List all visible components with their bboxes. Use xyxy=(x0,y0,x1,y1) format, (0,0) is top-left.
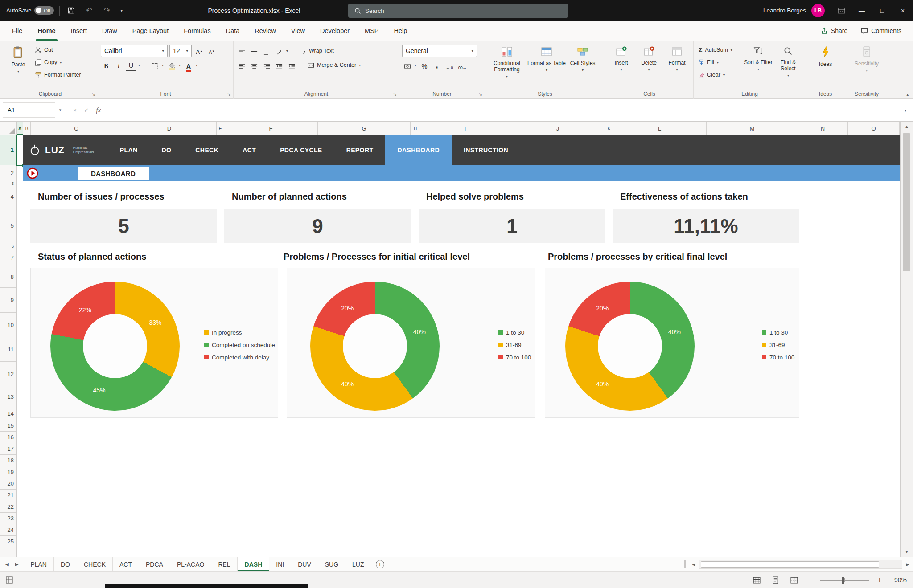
column-header-e[interactable]: E xyxy=(217,122,224,135)
row-header-12[interactable]: 12 xyxy=(0,362,16,386)
nav-item-do[interactable]: DO xyxy=(150,135,184,165)
ribbon-tab-file[interactable]: File xyxy=(4,21,30,41)
format-as-table-button[interactable]: Format as Table ▾ xyxy=(527,43,566,87)
copy-button[interactable]: Copy▾ xyxy=(33,56,83,69)
percent-style-button[interactable]: % xyxy=(419,59,430,71)
ribbon-tab-developer[interactable]: Developer xyxy=(313,21,357,41)
row-header-8[interactable]: 8 xyxy=(0,266,16,288)
maximize-button[interactable]: □ xyxy=(872,0,892,21)
merge-center-button[interactable]: Merge & Center▾ xyxy=(305,59,363,71)
undo-button[interactable]: ↶ xyxy=(83,4,95,17)
ribbon-tab-insert[interactable]: Insert xyxy=(63,21,95,41)
bottom-align-button[interactable] xyxy=(261,45,272,57)
conditional-formatting-button[interactable]: Conditional Formatting ▾ xyxy=(488,43,526,87)
page-break-view-button[interactable] xyxy=(788,574,800,586)
nav-item-dashboard[interactable]: DASHBOARD xyxy=(385,135,452,165)
ribbon-tab-page-layout[interactable]: Page Layout xyxy=(125,21,176,41)
row-header-20[interactable]: 20 xyxy=(0,478,16,490)
row-header-5[interactable]: 5 xyxy=(0,207,16,244)
column-header-i[interactable]: I xyxy=(420,122,510,135)
scroll-left-icon[interactable]: ◀ xyxy=(688,562,699,567)
font-size-select[interactable]: 12▾ xyxy=(169,45,192,57)
fill-color-button[interactable] xyxy=(166,59,177,71)
column-header-j[interactable]: J xyxy=(510,122,605,135)
column-header-k[interactable]: K xyxy=(605,122,613,135)
column-header-h[interactable]: H xyxy=(411,122,420,135)
column-header-d[interactable]: D xyxy=(122,122,217,135)
nav-item-pdca-cycle[interactable]: PDCA CYCLE xyxy=(268,135,334,165)
align-center-button[interactable] xyxy=(249,59,259,71)
ribbon-tab-draw[interactable]: Draw xyxy=(95,21,125,41)
sheet-tab-plan[interactable]: PLAN xyxy=(24,557,54,571)
italic-button[interactable]: I xyxy=(113,59,124,71)
increase-font-size-button[interactable]: A▴ xyxy=(193,45,204,57)
row-header-13[interactable]: 13 xyxy=(0,386,16,407)
cut-button[interactable]: Cut xyxy=(33,44,83,56)
borders-button[interactable] xyxy=(149,59,160,71)
row-header-16[interactable]: 16 xyxy=(0,432,16,443)
column-header-a[interactable]: A xyxy=(17,122,23,135)
format-cells-button[interactable]: Format ▾ xyxy=(663,43,691,87)
increase-indent-button[interactable] xyxy=(286,59,297,71)
increase-decimal-button[interactable]: ←.0 xyxy=(444,59,455,71)
column-header-l[interactable]: L xyxy=(613,122,707,135)
column-header-f[interactable]: F xyxy=(224,122,318,135)
orientation-button[interactable] xyxy=(274,45,284,57)
row-header-10[interactable]: 10 xyxy=(0,313,16,337)
underline-button[interactable]: U xyxy=(126,59,136,71)
delete-cells-button[interactable]: Delete ▾ xyxy=(636,43,662,87)
accounting-format-button[interactable] xyxy=(402,59,413,71)
scroll-up-icon[interactable]: ▲ xyxy=(901,124,913,129)
find-select-button[interactable]: Find & Select ▾ xyxy=(774,43,802,87)
row-header-24[interactable]: 24 xyxy=(0,524,16,536)
bold-button[interactable]: B xyxy=(101,59,111,71)
fill-button[interactable]: Fill▾ xyxy=(696,56,743,69)
vertical-scroll-thumb[interactable] xyxy=(903,133,910,271)
row-header-18[interactable]: 18 xyxy=(0,455,16,466)
insert-cells-button[interactable]: Insert ▾ xyxy=(608,43,634,87)
font-color-button[interactable]: A xyxy=(183,59,194,71)
horizontal-scroll-thumb[interactable] xyxy=(701,561,879,568)
ribbon-tab-review[interactable]: Review xyxy=(247,21,284,41)
paste-button[interactable]: Paste ▾ xyxy=(5,43,31,87)
zoom-slider-thumb[interactable] xyxy=(842,577,844,584)
minimize-button[interactable]: — xyxy=(851,0,872,21)
row-header-17[interactable]: 17 xyxy=(0,443,16,455)
page-layout-view-button[interactable] xyxy=(769,574,781,586)
row-header-14[interactable]: 14 xyxy=(0,407,16,420)
row-header-1[interactable]: 1 xyxy=(0,135,16,165)
number-dialog-launcher[interactable]: ↘ xyxy=(479,92,482,97)
autosave-toggle[interactable]: AutoSave Off xyxy=(6,6,54,15)
sheet-tab-duv[interactable]: DUV xyxy=(291,557,318,571)
row-header-6[interactable]: 6 xyxy=(0,244,16,249)
comments-button[interactable]: Comments xyxy=(861,27,901,34)
row-header-7[interactable]: 7 xyxy=(0,249,16,266)
play-button[interactable] xyxy=(27,167,38,179)
cell-styles-button[interactable]: Cell Styles ▾ xyxy=(567,43,598,87)
font-family-select[interactable]: Calibri▾ xyxy=(101,45,168,57)
tab-splitter-handle[interactable] xyxy=(684,560,686,568)
search-box[interactable]: Search xyxy=(348,4,568,18)
sheet-tab-pdca[interactable]: PDCA xyxy=(139,557,170,571)
zoom-in-button[interactable]: + xyxy=(876,576,883,584)
nav-item-act[interactable]: ACT xyxy=(230,135,268,165)
user-name[interactable]: Leandro Borges xyxy=(763,7,806,14)
scroll-right-icon[interactable]: ▶ xyxy=(902,562,913,567)
sheet-tab-ini[interactable]: INI xyxy=(269,557,291,571)
format-painter-button[interactable]: Format Painter xyxy=(33,69,83,81)
scroll-down-icon[interactable]: ▼ xyxy=(901,550,913,554)
decrease-font-size-button[interactable]: A▾ xyxy=(206,45,217,57)
ribbon-tab-msp[interactable]: MSP xyxy=(357,21,386,41)
nav-item-report[interactable]: REPORT xyxy=(334,135,386,165)
name-box[interactable]: A1 xyxy=(3,102,55,118)
row-header-3[interactable]: 3 xyxy=(0,181,16,186)
sheet-tab-act[interactable]: ACT xyxy=(113,557,139,571)
row-header-19[interactable]: 19 xyxy=(0,466,16,478)
save-button[interactable] xyxy=(65,4,78,17)
middle-align-button[interactable] xyxy=(249,45,259,57)
zoom-out-button[interactable]: − xyxy=(807,576,813,584)
sheet-tab-check[interactable]: CHECK xyxy=(77,557,113,571)
confirm-entry-icon[interactable]: ✓ xyxy=(81,107,92,114)
column-header-m[interactable]: M xyxy=(707,122,798,135)
collapse-ribbon-button[interactable]: ▴ xyxy=(906,92,909,97)
